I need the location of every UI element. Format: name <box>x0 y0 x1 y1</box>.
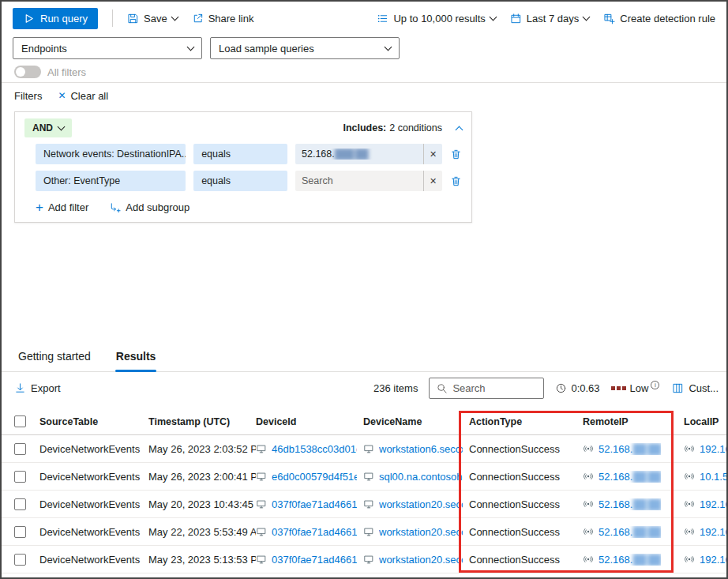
clear-value-button[interactable]: ✕ <box>423 144 442 164</box>
filters-header: Filters ✕ Clear all <box>2 83 726 108</box>
create-detection-rule-button[interactable]: Create detection rule <box>603 13 715 24</box>
local-ip-link[interactable]: 192.168... <box>700 498 726 510</box>
tab-getting-started[interactable]: Getting started <box>17 344 92 371</box>
table-row[interactable]: DeviceNetworkEvents May 22, 2023 5:53:49… <box>2 518 726 546</box>
trash-icon <box>450 149 462 160</box>
row-checkbox[interactable] <box>14 498 26 510</box>
group-operator-dropdown[interactable]: AND <box>24 118 72 137</box>
condition-operator-pill[interactable]: equals <box>193 171 287 191</box>
toggle-knob <box>16 67 25 77</box>
device-icon <box>256 526 267 537</box>
condition-field-pill[interactable]: Network events: DestinationIPA... <box>36 144 186 164</box>
clear-all-button[interactable]: ✕ Clear all <box>58 90 108 102</box>
remote-ip-link[interactable]: 52.168.██ ██ <box>599 526 661 538</box>
remote-ip-link[interactable]: 52.168.██ ██ <box>599 471 661 483</box>
results-search-field[interactable] <box>452 382 537 394</box>
column-header-remoteip[interactable]: RemoteIP <box>583 416 684 427</box>
column-header-deviceid[interactable]: DeviceId <box>256 416 363 427</box>
results-table: SourceTable Timestamp (UTC) DeviceId Dev… <box>2 408 726 573</box>
add-icon: + <box>36 201 43 214</box>
collapse-group-button[interactable] <box>456 124 462 133</box>
filter-condition-row: Other: EventType equals Search ✕ <box>36 171 462 191</box>
device-icon <box>363 471 374 482</box>
run-query-button[interactable]: Run query <box>13 8 98 29</box>
cell-sourcetable: DeviceNetworkEvents <box>39 443 148 455</box>
delete-condition-button[interactable] <box>450 175 462 187</box>
chevron-up-icon <box>456 126 463 133</box>
device-name-link[interactable]: workstation20.seccxp... <box>379 526 463 538</box>
local-ip-link[interactable]: 192.168... <box>700 526 726 538</box>
device-id-link[interactable]: 037f0fae71ad4661e3... <box>272 554 357 566</box>
device-id-link[interactable]: 037f0fae71ad4661e3... <box>272 498 357 510</box>
condition-field-pill[interactable]: Other: EventType <box>36 171 186 191</box>
device-id-link[interactable]: 037f0fae71ad4661e3... <box>272 526 357 538</box>
cell-actiontype: ConnectionSuccess <box>469 554 583 566</box>
select-all-checkbox[interactable] <box>14 415 26 427</box>
local-ip-link[interactable]: 10.1.5.1... <box>700 471 726 483</box>
local-ip-link[interactable]: 192.168... <box>700 554 726 566</box>
conditions-summary: Includes:2 conditions <box>343 122 442 133</box>
device-name-link[interactable]: workstation6.seccxp... <box>379 443 463 455</box>
cell-localip: 10.1.5.1... <box>684 471 726 483</box>
table-row[interactable]: DeviceNetworkEvents May 23, 2023 5:13:53… <box>2 546 726 573</box>
column-header-localip[interactable]: LocalIP <box>684 416 726 427</box>
device-id-link[interactable]: 46db1538cc03d01ed... <box>272 443 357 455</box>
filter-group-header: AND Includes:2 conditions <box>24 118 462 137</box>
condition-value-input[interactable]: Search ✕ <box>295 171 442 191</box>
table-row[interactable]: DeviceNetworkEvents May 26, 2023 2:03:52… <box>2 435 726 463</box>
schema-dropdown[interactable]: Endpoints <box>13 37 202 59</box>
customize-columns-button[interactable]: Cust... <box>672 382 719 394</box>
device-id-link[interactable]: e6d0c00579d4f51ee1... <box>272 471 357 483</box>
list-icon <box>377 13 388 24</box>
clear-value-button[interactable]: ✕ <box>423 171 442 191</box>
local-ip-link[interactable]: 192.168 <box>700 443 726 455</box>
cell-deviceid: 037f0fae71ad4661e3... <box>256 498 363 510</box>
row-checkbox[interactable] <box>14 471 26 483</box>
delete-condition-button[interactable] <box>450 149 462 160</box>
device-icon <box>256 498 267 509</box>
advanced-hunting-screen: { "colors": { "accent": "#0078d4", "text… <box>0 0 728 579</box>
time-range-dropdown[interactable]: Last 7 days <box>510 13 590 24</box>
row-checkbox[interactable] <box>14 443 26 455</box>
cell-actiontype: ConnectionSuccess <box>469 498 583 510</box>
device-name-link[interactable]: sql00.na.contosohote... <box>379 471 463 483</box>
save-button[interactable]: Save <box>127 13 178 24</box>
remote-ip-link[interactable]: 52.168.██ ██ <box>599 443 661 455</box>
device-name-link[interactable]: workstation20.seccxp... <box>379 498 463 510</box>
table-row[interactable]: DeviceNetworkEvents May 26, 2023 2:00:41… <box>2 463 726 491</box>
export-button[interactable]: Export <box>14 382 61 394</box>
run-query-label: Run query <box>40 13 88 24</box>
device-name-link[interactable]: workstation20.seccxp... <box>379 554 463 566</box>
ip-address-icon <box>583 471 594 482</box>
column-header-actiontype[interactable]: ActionType <box>469 416 583 427</box>
add-subgroup-button[interactable]: Add subgroup <box>109 201 190 214</box>
condition-operator-pill[interactable]: equals <box>193 144 287 164</box>
sample-queries-dropdown[interactable]: Load sample queries <box>210 37 400 59</box>
remote-ip-redacted: ██ ██ <box>632 443 660 455</box>
cell-remoteip: 52.168.██ ██ <box>583 498 684 510</box>
chevron-down-icon <box>58 123 66 131</box>
results-limit-dropdown[interactable]: Up to 10,000 results <box>377 13 495 24</box>
table-row[interactable]: DeviceNetworkEvents May 20, 2023 10:43:4… <box>2 491 726 518</box>
remote-ip-link[interactable]: 52.168.██ ██ <box>599 498 661 510</box>
column-header-devicename[interactable]: DeviceName <box>363 416 469 427</box>
add-filter-button[interactable]: + Add filter <box>36 201 88 214</box>
column-header-sourcetable[interactable]: SourceTable <box>39 416 148 427</box>
cell-localip: 192.168... <box>684 526 726 538</box>
remote-ip-link[interactable]: 52.168.██ ██ <box>599 554 661 566</box>
condition-value-input[interactable]: 52.168.███ ██ ✕ <box>295 144 442 164</box>
row-checkbox[interactable] <box>14 554 26 566</box>
cell-devicename: sql00.na.contosohote... <box>363 471 469 483</box>
cell-timestamp: May 22, 2023 5:53:49 AM <box>148 526 256 538</box>
cell-localip: 192.168... <box>684 498 726 510</box>
column-header-timestamp[interactable]: Timestamp (UTC) <box>148 416 256 427</box>
row-checkbox[interactable] <box>14 526 26 538</box>
share-link-button[interactable]: Share link <box>192 13 254 24</box>
chevron-down-icon <box>583 13 591 21</box>
results-search-input[interactable] <box>429 378 544 399</box>
remote-ip-visible: 52.168. <box>599 526 632 538</box>
all-filters-toggle[interactable] <box>14 66 41 78</box>
tab-results[interactable]: Results <box>115 344 157 371</box>
row-checkbox-cell <box>14 526 39 538</box>
cell-localip: 192.168 <box>684 443 726 455</box>
